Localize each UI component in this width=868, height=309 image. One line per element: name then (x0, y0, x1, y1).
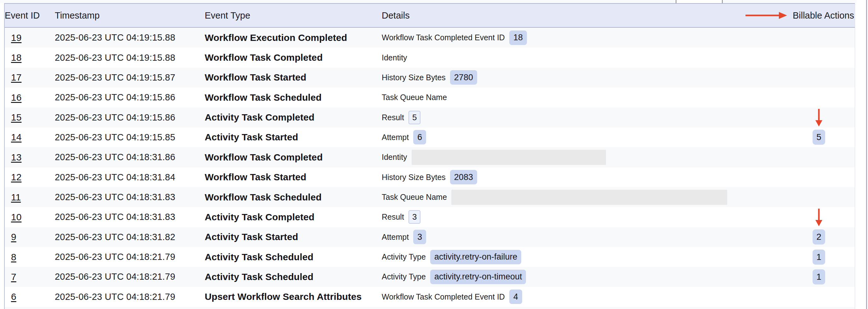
event-type: Upsert Workflow Search Attributes (205, 291, 382, 302)
detail-label: Result (382, 113, 404, 122)
annotation-arrow-down-icon (812, 208, 825, 226)
event-details: Task Queue Name (382, 190, 738, 205)
event-id-link[interactable]: 11 (11, 192, 21, 203)
detail-label: Task Queue Name (382, 93, 447, 102)
event-id-link[interactable]: 6 (11, 291, 17, 302)
event-details: Identity (382, 150, 738, 165)
column-header-event-id: Event ID (5, 10, 55, 21)
event-timestamp: 2025-06-23 UTC 04:18:21.79 (55, 252, 205, 262)
top-cropped-control[interactable] (676, 0, 723, 3)
event-details: Result 5 (382, 111, 738, 124)
event-id-cell: 7 (5, 272, 55, 282)
column-header-details: Details (382, 10, 738, 21)
table-row: 18 2025-06-23 UTC 04:19:15.88 Workflow T… (5, 47, 855, 67)
table-row: 6 2025-06-23 UTC 04:18:21.79 Upsert Work… (5, 287, 855, 307)
table-row: 10 2025-06-23 UTC 04:18:31.83 Activity T… (5, 207, 855, 227)
detail-label: History Size Bytes (382, 73, 446, 82)
event-timestamp: 2025-06-23 UTC 04:18:31.84 (55, 172, 205, 182)
detail-label: Activity Type (382, 272, 426, 281)
column-header-billable-actions: Billable Actions (738, 10, 855, 21)
event-id-cell: 19 (5, 32, 55, 43)
table-row: 15 2025-06-23 UTC 04:19:15.86 Activity T… (5, 107, 855, 127)
event-id-link[interactable]: 15 (11, 112, 22, 123)
event-id-cell: 17 (5, 72, 55, 83)
table-row: 8 2025-06-23 UTC 04:18:21.79 Activity Ta… (5, 247, 855, 267)
event-id-link[interactable]: 12 (11, 172, 22, 182)
detail-label: Attempt (382, 133, 409, 142)
detail-label: Result (382, 212, 404, 221)
event-id-cell: 15 (5, 112, 55, 123)
event-id-cell: 12 (5, 172, 55, 182)
event-timestamp: 2025-06-23 UTC 04:18:21.79 (55, 292, 205, 302)
event-timestamp: 2025-06-23 UTC 04:18:31.83 (55, 192, 205, 202)
event-id-link[interactable]: 8 (11, 252, 17, 263)
event-id-link[interactable]: 17 (11, 72, 22, 83)
event-id-cell: 9 (5, 232, 55, 242)
billable-actions-cell: 1 (738, 249, 855, 265)
event-type: Workflow Task Started (205, 172, 382, 182)
billable-actions-cell: 2 (738, 229, 855, 244)
billable-actions-count-badge: 1 (812, 249, 825, 265)
event-type: Activity Task Scheduled (205, 252, 382, 263)
event-type: Workflow Task Scheduled (205, 92, 382, 103)
detail-label: History Size Bytes (382, 173, 446, 182)
top-cropped-toolbar (0, 0, 868, 3)
event-id-cell: 16 (5, 92, 55, 103)
billable-actions-count-badge: 1 (812, 269, 825, 284)
detail-label: Workflow Task Completed Event ID (382, 33, 505, 42)
table-row: 16 2025-06-23 UTC 04:19:15.86 Workflow T… (5, 88, 855, 107)
event-id-cell: 6 (5, 291, 55, 302)
redacted-detail-value (412, 150, 606, 165)
event-type: Activity Task Completed (205, 212, 382, 222)
event-type: Workflow Task Started (205, 72, 382, 83)
table-row: 9 2025-06-23 UTC 04:18:31.82 Activity Ta… (5, 227, 855, 247)
event-id-link[interactable]: 9 (11, 232, 17, 242)
event-type: Workflow Task Scheduled (205, 192, 382, 203)
detail-value-badge: 5 (408, 111, 421, 124)
partially-visible-row (5, 307, 855, 309)
detail-value-badge: 3 (413, 230, 426, 244)
event-details: Activity Type activity.retry-on-timeout (382, 270, 738, 284)
event-timestamp: 2025-06-23 UTC 04:19:15.86 (55, 112, 205, 123)
detail-value-badge: 2780 (450, 70, 477, 84)
event-type: Workflow Task Completed (205, 152, 382, 163)
event-timestamp: 2025-06-23 UTC 04:19:15.88 (55, 53, 205, 63)
billable-actions-cell: 5 (738, 130, 855, 145)
table-row: 14 2025-06-23 UTC 04:19:15.85 Activity T… (5, 128, 855, 147)
detail-label: Attempt (382, 233, 409, 242)
billable-actions-count-badge: 2 (812, 229, 825, 244)
event-id-link[interactable]: 19 (11, 32, 22, 43)
event-details: Identity (382, 53, 738, 62)
event-timestamp: 2025-06-23 UTC 04:19:15.87 (55, 72, 205, 83)
column-header-billable-actions-label: Billable Actions (793, 10, 854, 21)
detail-label: Activity Type (382, 252, 426, 262)
detail-value-badge: 3 (408, 210, 421, 224)
event-details: Task Queue Name (382, 93, 738, 102)
annotation-arrow-down-icon (812, 108, 825, 127)
detail-value-badge: activity.retry-on-timeout (430, 270, 526, 284)
event-id-cell: 11 (5, 192, 55, 203)
event-id-link[interactable]: 14 (11, 132, 22, 142)
billable-actions-count-badge: 5 (812, 130, 825, 145)
event-timestamp: 2025-06-23 UTC 04:18:21.79 (55, 272, 205, 282)
event-id-link[interactable]: 10 (11, 212, 22, 222)
billable-actions-cell: 1 (738, 269, 855, 284)
event-id-link[interactable]: 18 (11, 52, 22, 63)
event-type: Activity Task Completed (205, 112, 382, 123)
billable-actions-cell (738, 208, 855, 226)
table-row: 17 2025-06-23 UTC 04:19:15.87 Workflow T… (5, 68, 855, 88)
event-id-link[interactable]: 7 (11, 272, 17, 282)
event-id-link[interactable]: 13 (11, 152, 22, 163)
event-id-cell: 8 (5, 252, 55, 263)
event-timestamp: 2025-06-23 UTC 04:19:15.88 (55, 32, 205, 43)
event-type: Activity Task Started (205, 232, 382, 242)
event-timestamp: 2025-06-23 UTC 04:18:31.82 (55, 232, 205, 242)
event-details: Activity Type activity.retry-on-failure (382, 250, 738, 264)
event-history-table: Event ID Timestamp Event Type Details Bi… (4, 3, 855, 309)
event-type: Activity Task Started (205, 132, 382, 142)
event-details: Attempt 3 (382, 230, 738, 244)
detail-value-badge: 2083 (450, 170, 477, 184)
event-details: Workflow Task Completed Event ID 4 (382, 289, 738, 304)
event-id-link[interactable]: 16 (11, 92, 22, 103)
event-details: Attempt 6 (382, 130, 738, 144)
